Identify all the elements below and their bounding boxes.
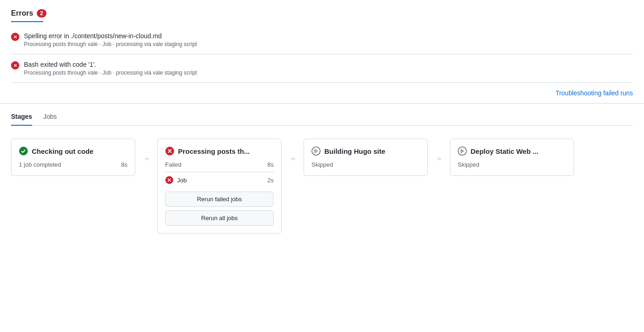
stage-card-checking-out-code: Checking out code 1 job completed 8s xyxy=(11,139,135,176)
stage-title-1: Checking out code xyxy=(32,147,93,155)
errors-count-badge: 2 xyxy=(37,9,46,17)
errors-tab-underline xyxy=(11,21,43,22)
stage-card-header-2: Processing posts th... xyxy=(165,146,274,156)
job-item-1: Job 2s xyxy=(165,172,274,188)
stage-title-3: Building Hugo site xyxy=(324,147,385,155)
error-subtitle-2: Processing posts through vale · Job · pr… xyxy=(24,70,197,76)
stage-status-4: Skipped xyxy=(458,161,479,168)
stage-card-footer-2: Failed 8s xyxy=(165,161,274,168)
stage-card-footer-4: Skipped xyxy=(458,161,566,168)
stage-card-deploy-static-web: Deploy Static Web ... Skipped xyxy=(450,139,574,176)
stage-title-2: Processing posts th... xyxy=(178,147,250,155)
stage-card-header-1: Checking out code xyxy=(19,146,127,156)
connector-1 xyxy=(143,146,150,163)
stage-status-3: Skipped xyxy=(311,161,333,168)
error-title-1: Spelling error in ./content/posts/new-in… xyxy=(24,32,197,40)
failed-icon xyxy=(165,146,174,156)
error-subtitle-1: Processing posts through vale · Job · pr… xyxy=(24,41,197,47)
stage-card-building-hugo: Building Hugo site Skipped xyxy=(304,139,428,176)
tab-jobs[interactable]: Jobs xyxy=(43,113,57,126)
stage-status-1: 1 job completed xyxy=(19,161,61,168)
error-item-1: Spelling error in ./content/posts/new-in… xyxy=(11,26,633,54)
errors-title: Errors xyxy=(11,9,33,17)
svg-point-4 xyxy=(458,147,466,155)
svg-point-3 xyxy=(312,147,320,155)
stages-tabs: Stages Jobs xyxy=(11,113,633,126)
job-time-1: 2s xyxy=(267,177,274,184)
stages-row: Checking out code 1 job completed 8s Pro… xyxy=(11,139,633,233)
stage-status-2: Failed xyxy=(165,161,181,168)
connector-3 xyxy=(435,146,443,163)
stage-card-processing-posts: Processing posts th... Failed 8s Job 2s … xyxy=(157,139,282,233)
error-icon-2 xyxy=(11,61,19,70)
job-failed-icon xyxy=(165,176,173,184)
job-label-1: Job xyxy=(177,177,264,184)
error-icon-1 xyxy=(11,33,19,41)
error-title-2: Bash exited with code '1'. xyxy=(24,61,197,68)
skipped-icon-1 xyxy=(311,146,321,156)
stage-card-header-3: Building Hugo site xyxy=(311,146,420,156)
connector-2 xyxy=(289,146,296,163)
error-text-1: Spelling error in ./content/posts/new-in… xyxy=(24,32,197,47)
success-icon xyxy=(19,146,28,156)
rerun-all-jobs-button[interactable]: Rerun all jobs xyxy=(165,210,274,226)
stage-time-2: 8s xyxy=(267,161,274,168)
error-text-2: Bash exited with code '1'. Processing po… xyxy=(24,61,197,76)
tab-stages[interactable]: Stages xyxy=(11,113,32,126)
stage-card-footer-3: Skipped xyxy=(311,161,420,168)
troubleshooting-row: Troubleshooting failed runs xyxy=(0,83,644,104)
troubleshooting-link[interactable]: Troubleshooting failed runs xyxy=(556,89,633,97)
svg-point-0 xyxy=(19,147,28,155)
stage-title-4: Deploy Static Web ... xyxy=(471,147,538,155)
rerun-failed-jobs-button[interactable]: Rerun failed jobs xyxy=(165,192,274,207)
error-item-2: Bash exited with code '1'. Processing po… xyxy=(11,54,633,83)
stage-card-header-4: Deploy Static Web ... xyxy=(458,146,566,156)
stage-card-footer-1: 1 job completed 8s xyxy=(19,161,127,168)
stage-time-1: 8s xyxy=(121,161,127,168)
skipped-icon-2 xyxy=(458,146,467,156)
